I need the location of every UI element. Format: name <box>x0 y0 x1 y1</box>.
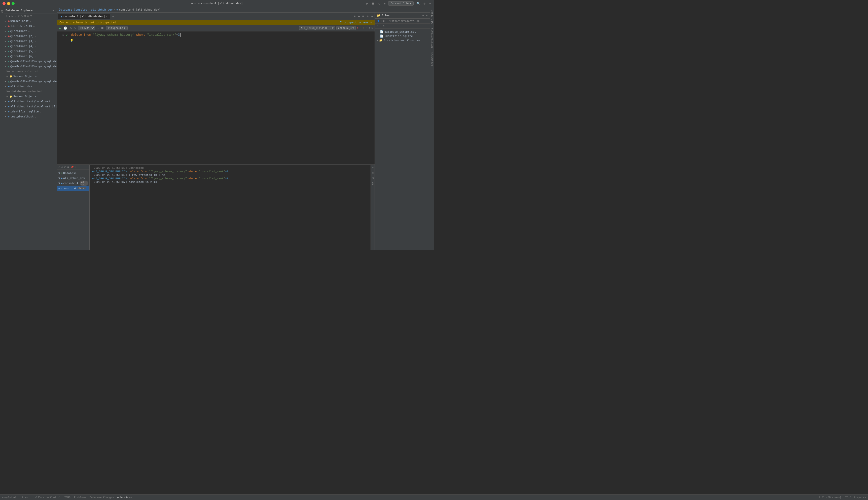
minimize-button[interactable] <box>7 2 10 5</box>
svc-expand-all[interactable]: ⊕ <box>61 166 64 169</box>
tree-item-identifier[interactable]: ▶ ◆ identifier.sqlite … <box>4 109 57 114</box>
tree-item-0localhost[interactable]: ▶ ● 0@localhost … <box>4 18 57 23</box>
bookmarks-tab[interactable]: Bookmarks <box>430 50 434 68</box>
history-button[interactable]: 🕐 <box>63 26 68 30</box>
breadcrumb-console[interactable]: console_4 [ali_dbhub_dev] <box>119 8 161 11</box>
tab-bar-tool-3[interactable]: ⊟ <box>361 14 365 19</box>
svc-console4-parent[interactable]: ▼ ◆ console_4 32 ms <box>57 181 89 186</box>
editor-settings-button[interactable]: ⚙ <box>69 26 72 30</box>
close-button[interactable] <box>2 2 5 5</box>
tree-item-rm-2[interactable]: ▼ ▲ @rm-8vb099vo8309mcngk.mysql.zhangbei… <box>4 64 57 69</box>
notifications-tab[interactable]: Notifications <box>430 26 434 50</box>
files-settings-icon[interactable]: ⚙ <box>422 14 424 18</box>
window-title: uuu – console_4 [ali_dbhub_dev] <box>191 2 243 5</box>
file-item-database-script[interactable]: 📄 database_script.sql <box>375 30 430 34</box>
console-line-5: [2023-04-28 18:56:37] completed in 2 ms <box>92 181 368 184</box>
run-icon[interactable]: ▶ <box>366 1 369 6</box>
svc-add[interactable]: + <box>75 166 77 169</box>
tree-item-localhost-3[interactable]: ▶ ▲ @localhost [3] … <box>4 38 57 44</box>
tree-item-localhost-1[interactable]: ▶ ▲ @localhost … <box>4 29 57 33</box>
tree-item-label: identifier.sqlite <box>10 110 39 113</box>
svc-console4-child[interactable]: ◆ console_4 32 ms <box>57 186 89 191</box>
introspect-schema-button[interactable]: Introspect schema <box>340 21 369 24</box>
edit-button[interactable]: ✎ <box>73 26 77 30</box>
tab-bar-tool-2[interactable]: ≡ <box>357 14 360 19</box>
db-collapse[interactable]: ⊕ <box>27 14 29 18</box>
console-tool-4[interactable]: 🗑 <box>371 181 375 186</box>
tree-item-server-objects-1[interactable]: ▶ 📁 Server Objects <box>4 74 57 79</box>
db-schema-edit[interactable]: ⊟ <box>24 14 26 18</box>
code-editor[interactable]: 1 ✓ delete from "flyway_schema_history" … <box>57 32 375 164</box>
title-refresh-icon[interactable]: ↻ <box>378 1 381 6</box>
layout-icon[interactable]: ⊡ <box>383 1 386 6</box>
more-icon[interactable]: ⋯ <box>428 1 432 6</box>
files-collapse-icon[interactable]: ⊟ <box>382 24 385 28</box>
tree-item-localhost-6[interactable]: ▶ ▲ @localhost [6] … <box>4 54 57 59</box>
svc-pin[interactable]: 📌 <box>70 166 74 169</box>
tree-item-rm-3[interactable]: ▶ ▲ @rm-8vb099vo8309mcngk.mysql.zhangbei… <box>4 79 57 84</box>
db-explorer-more[interactable]: ⋯ <box>52 8 55 13</box>
console-tool-1[interactable]: ≡ <box>371 165 374 170</box>
db-sync[interactable]: ⟳ <box>17 14 20 18</box>
db-edit[interactable]: ✎ <box>21 14 23 18</box>
stop-icon[interactable]: ⏹ <box>371 1 376 6</box>
file-item-scratches[interactable]: ▶ 📁 Scratches and Consoles <box>375 38 430 43</box>
maximize-button[interactable] <box>12 2 14 5</box>
list-button[interactable]: ☰ <box>129 26 133 30</box>
db-refresh[interactable]: ↻ <box>14 14 16 18</box>
files-more-icon[interactable]: ⋯ <box>425 14 428 18</box>
refresh-button[interactable]: ↻ <box>96 26 99 30</box>
settings-icon[interactable]: ⚙ <box>423 1 426 6</box>
file-item-identifier[interactable]: 📄 identifier.sqlite <box>375 34 430 38</box>
tree-item-139[interactable]: ▶ ● 139.196.27.10 … <box>4 23 57 29</box>
search-icon[interactable]: 🔍 <box>416 1 421 6</box>
console-tool-2[interactable]: ⊡ <box>371 170 374 175</box>
tree-item-localhost-4[interactable]: ▶ ▲ @localhost [4] … <box>4 44 57 48</box>
tree-item-rm-1[interactable]: ▶ ▲ @rm-8vb099vo8309mcngk.mysql.zhangbei… <box>4 59 57 64</box>
breadcrumb-ali-dbhub-dev[interactable]: ali_dbhub_dev <box>91 8 112 11</box>
playground-button[interactable]: Playground ▼ <box>106 26 127 30</box>
tree-item-localhost-2[interactable]: ▶ ● @localhost [2] … <box>4 33 57 38</box>
current-file-button[interactable]: Current File ▼ <box>388 1 413 5</box>
tx-select[interactable]: Tx: Auto <box>78 26 95 30</box>
files-refresh-icon[interactable]: ↻ <box>379 24 382 28</box>
tree-item-test[interactable]: ▶ ◆ test@localhost … <box>4 114 57 119</box>
console-tab[interactable]: ◆ console_4 [ali_dbhub_dev] ✕ <box>58 14 110 19</box>
tree-item-server-objects-2[interactable]: ▶ 📁 Server Objects <box>4 94 57 99</box>
run-button[interactable]: ▶ <box>58 26 62 30</box>
code-content-1[interactable]: delete from "flyway_schema_history" wher… <box>70 33 375 37</box>
svc-ali-dbhub-dev[interactable]: ▼ ◆ ali_dbhub_dev <box>57 175 89 181</box>
svc-check[interactable]: ✓ <box>58 166 60 169</box>
db-add-button[interactable]: + <box>5 14 8 18</box>
close-panel-icon[interactable]: ✕ <box>371 26 373 30</box>
tree-item-ali-test-2[interactable]: ▶ ◆ ali_dbhub_test@localhost [2] … <box>4 104 57 109</box>
tree-item-ali-dbhub-dev[interactable]: ▼ ◆ ali_dbhub_dev … <box>4 84 57 89</box>
warning-settings-icon[interactable]: ⚙ <box>370 21 372 24</box>
tree-item-localhost-5[interactable]: ▶ ▲ @localhost [5] … <box>4 48 57 54</box>
tab-close-icon[interactable]: ✕ <box>106 15 108 18</box>
tab-bar-more[interactable]: ⋯ <box>370 14 374 19</box>
svc-collapse-all[interactable]: ⊟ <box>64 166 66 169</box>
expand-icon[interactable]: ⊕ <box>369 26 370 30</box>
string-table: "flyway_schema_history" <box>93 33 134 37</box>
db-nav-fwd[interactable]: ▶ <box>11 14 14 18</box>
tree-arrow-icon: ▶ <box>5 40 8 42</box>
breadcrumb-db-consoles[interactable]: Database Consoles <box>59 8 87 11</box>
db-nav-back[interactable]: ◀ <box>8 14 11 18</box>
db-filter[interactable]: ▽ <box>30 14 32 18</box>
tab-bar-settings[interactable]: ⚙ <box>366 14 369 19</box>
tab-more-icon[interactable]: ⋯ <box>112 14 113 18</box>
svc-database[interactable]: ▼ ☑ Database <box>57 171 89 175</box>
tab-bar-tool-1[interactable]: ⊡ <box>353 14 356 19</box>
schema-selector[interactable]: ALI_DBHUB_DEV.PUBLIC ▼ <box>299 26 335 30</box>
console-selector[interactable]: console_4 ▼ <box>336 26 356 30</box>
warning-banner: Current schema is not introspected. Intr… <box>57 20 375 25</box>
structure-tab[interactable]: Structure <box>430 8 434 26</box>
db-blue-icon: ◆ <box>8 115 10 118</box>
db-explorer-tab[interactable]: DB <box>0 8 4 15</box>
svc-group[interactable]: ▦ <box>67 166 69 169</box>
files-up-icon[interactable]: ↑ <box>376 24 379 28</box>
console-tool-3[interactable]: 🖨 <box>371 175 375 181</box>
stop-button[interactable]: ⏹ <box>100 26 105 30</box>
tree-item-ali-test-1[interactable]: ▶ ◆ ali_dbhub_test@localhost … <box>4 99 57 104</box>
